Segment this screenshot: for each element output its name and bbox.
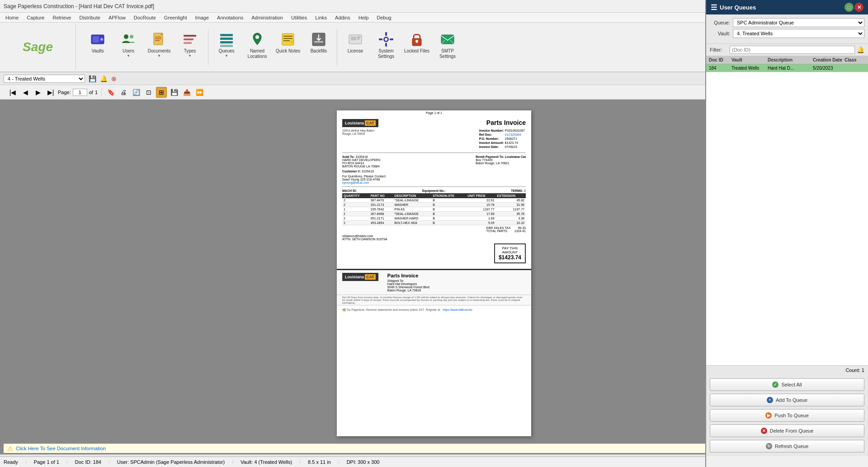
menu-capture[interactable]: Capture [23,14,48,21]
bookmark-button[interactable]: 🔖 [105,87,116,98]
queue-maximize-button[interactable]: □ [844,3,854,12]
vault-selector[interactable]: 4 - Treated Wells 1 - Vault One 2 - Vaul… [4,75,85,83]
queue-table-row[interactable]: 184 Treated Wells Hard Hat D... 5/20/202… [706,64,868,72]
go-paperless-link[interactable]: https://lacat.billtrust.biz [443,308,472,311]
users-button[interactable]: Users ▼ [114,29,143,60]
menu-links[interactable]: Links [311,14,330,21]
fit-button[interactable]: ⊡ [143,87,154,98]
queue-selector[interactable]: SPC Administrator Queue Queue 2 Queue 3 [733,18,864,27]
forward-button[interactable]: ⏩ [194,87,205,98]
vault-selector-queue[interactable]: 4. Treated Wells 1. Vault One [733,29,864,38]
documents-dropdown-arrow: ▼ [157,54,161,58]
queues-button[interactable]: Queues ▼ [212,29,241,60]
invoice-title-area: Parts Invoice Invoice Number: PS01063106… [478,119,526,149]
menu-image[interactable]: Image [192,14,213,21]
vaults-button[interactable]: Vaults [83,29,112,56]
queues-dropdown-arrow: ▼ [225,54,228,58]
ext-header: EXTENSION [496,193,526,198]
queue-title: ☰ User Queues [711,3,756,12]
status-vault: Vault: 4 (Treated Wells) [241,459,292,465]
save-icon[interactable]: 💾 [89,75,96,82]
table-row: 2267-8468*SEAL-LINKAGEB17.8935.78 [342,212,526,216]
first-page-button[interactable]: |◀ [7,87,18,98]
save-button[interactable]: 💾 [169,87,179,98]
invoice-copy-area: Louisiana CAT Parts Invoice Shipped To: … [337,269,531,305]
svg-rect-31 [385,43,387,47]
named-locations-button[interactable]: Named Locations [243,29,272,62]
delete-from-queue-button[interactable]: ✕ Delete From Queue [710,424,864,437]
select-all-button[interactable]: ✓ Select All [710,378,864,391]
smtp-settings-button[interactable]: SMTP Settings [433,29,462,62]
queue-close-button[interactable]: ✕ [854,3,863,12]
contact-email[interactable]: syoung@lacat.com [342,181,526,184]
invoice-date-val: 07/08/23 [505,145,525,148]
export-button[interactable]: 📤 [181,87,192,98]
page-1-label: Page 1 of 1 [337,110,531,115]
svg-point-5 [130,35,133,38]
license-button[interactable]: License [341,29,370,56]
remit-box: Box 774439 [476,158,526,162]
sage-logo: Sage [23,40,53,54]
menu-retrieve[interactable]: Retrieve [49,14,75,21]
svg-rect-13 [220,34,233,36]
backfills-button[interactable]: Backfills [304,29,333,56]
rotate-button[interactable]: 🔄 [131,87,142,98]
menu-annotations[interactable]: Annotations [213,14,247,21]
print-button[interactable]: 🖨 [118,87,129,98]
page-input[interactable] [73,89,87,96]
logo-cat: CAT [365,120,376,126]
desc-header: DESCRIPTION [393,193,432,198]
menu-utilities[interactable]: Utilities [288,14,311,21]
svg-rect-20 [283,38,292,39]
sales-tax-val: 99.33 [514,226,526,229]
vaults-label: Vaults [91,48,104,54]
types-button[interactable]: Types ▼ [175,29,204,60]
add-to-queue-button[interactable]: + Add To Queue [710,394,864,406]
menu-greenlight[interactable]: Greenlight [160,14,191,21]
quick-notes-button[interactable]: Quick Notes [274,29,302,56]
col-creation-date: Creation Date [812,57,844,63]
locked-files-button[interactable]: Locked Files [402,29,431,56]
row-class [844,65,866,71]
menu-apflow[interactable]: APFlow [105,14,129,21]
prev-page-button[interactable]: ◀ [20,87,31,98]
menu-help[interactable]: Help [355,14,373,21]
system-settings-button[interactable]: System Settings [372,29,401,62]
part-header: PART NO [369,193,393,198]
last-page-button[interactable]: ▶| [45,87,56,98]
row-creation-date: 5/20/2023 [812,65,844,71]
ref-doc-val[interactable]: 01C925669 [505,133,525,136]
menu-home[interactable]: Home [2,14,22,21]
documents-button[interactable]: Documents ▼ [145,29,174,60]
email-attn-area: sdawson@hddev.com ATTN: SETH DAWSON 9197… [337,234,531,242]
menu-docroute[interactable]: DocRoute [130,14,160,21]
notification-icon: ⚠ [7,445,13,452]
notification-link[interactable]: Click Here To See Document Information [16,446,106,451]
filter-label: Filter: [710,47,728,52]
menu-addins[interactable]: Addins [331,14,354,21]
table-row: 2201-2173WASHERB15.7831.56 [342,203,526,207]
status-user: User: SPCAdmin (Sage Paperless Administr… [117,459,225,465]
menu-debug[interactable]: Debug [373,14,395,21]
stop-icon[interactable]: ⊗ [111,75,117,82]
filter-bell-icon[interactable]: 🔔 [857,46,864,53]
svg-rect-10 [184,35,196,37]
original-size-button[interactable]: ⊞ [156,87,167,98]
menu-administration[interactable]: Administration [248,14,287,21]
push-to-queue-button[interactable]: ▶ Push To Queue [710,409,864,422]
menu-distribute[interactable]: Distribute [75,14,104,21]
copy-logo-cat: CAT [365,274,376,280]
copy-shipped-label: Shipped To: [387,279,429,282]
quick-notes-icon [280,31,296,48]
totals-labels: EBR SALES TAX TOTAL PARTS [486,226,511,233]
alert-icon[interactable]: 🔔 [100,75,108,82]
named-locations-icon [249,31,265,48]
filter-input[interactable] [730,46,855,54]
invoice-header: Louisiana CAT 10414 Airline Hwy BatonRou… [337,115,531,151]
invoice-title: Parts Invoice [478,119,526,126]
equip-no-label: Equipment No.: [422,189,446,192]
svg-rect-14 [220,38,233,40]
invoice-number-row: Invoice Number: PS010631067 [479,129,525,132]
refresh-queue-button[interactable]: ↻ Refresh Queue [710,440,864,453]
next-page-button[interactable]: ▶ [33,87,43,98]
